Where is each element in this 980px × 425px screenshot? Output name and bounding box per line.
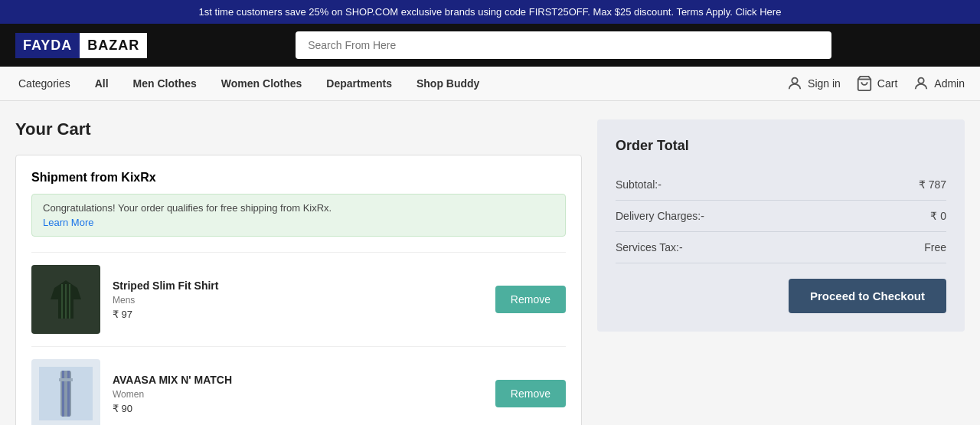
subtotal-label: Subtotal:-: [616, 178, 662, 191]
page-title: Your Cart: [15, 119, 582, 139]
item-category-2: Women: [113, 389, 483, 400]
shipment-card: Shipment from KixRx Congratulations! You…: [15, 155, 582, 425]
nav-right: Sign in Cart Admin: [786, 75, 965, 92]
checkout-button[interactable]: Proceed to Checkout: [789, 279, 946, 313]
svg-rect-11: [67, 371, 70, 417]
item-image-shirt: [31, 265, 100, 334]
nav-item-departments[interactable]: Departments: [323, 67, 395, 100]
admin-button[interactable]: Admin: [913, 75, 965, 92]
svg-rect-12: [59, 378, 73, 381]
header: FAYDA BAZAR: [0, 24, 980, 67]
nav: Categories All Men Clothes Women Clothes…: [0, 67, 980, 101]
order-total-card: Order Total Subtotal:- ₹ 787 Delivery Ch…: [597, 119, 965, 332]
nav-item-men-clothes[interactable]: Men Clothes: [130, 67, 200, 100]
search-input[interactable]: [296, 31, 831, 59]
remove-button-2[interactable]: Remove: [495, 380, 566, 407]
nav-item-women-clothes[interactable]: Women Clothes: [218, 67, 305, 100]
item-image-scarf: [31, 359, 100, 425]
subtotal-value: ₹ 787: [919, 178, 946, 191]
logo[interactable]: FAYDA BAZAR: [15, 33, 147, 58]
main-content: Your Cart Shipment from KixRx Congratula…: [0, 101, 980, 425]
banner-text: 1st time customers save 25% on SHOP.COM …: [199, 6, 782, 18]
item-info-2: AVAASA MIX N' MATCH Women ₹ 90: [113, 374, 483, 414]
remove-button-1[interactable]: Remove: [495, 286, 566, 313]
cart-icon: [856, 75, 873, 92]
cart-item-2: AVAASA MIX N' MATCH Women ₹ 90 Remove: [31, 346, 566, 425]
delivery-label: Delivery Charges:-: [616, 210, 704, 222]
nav-item-shop-buddy[interactable]: Shop Buddy: [413, 67, 482, 100]
item-price-2: ₹ 90: [113, 403, 483, 414]
order-total-title: Order Total: [616, 138, 946, 154]
free-shipping-notice: Congratulations! Your order qualifies fo…: [31, 194, 566, 237]
cart-label: Cart: [877, 77, 897, 90]
logo-fayda: FAYDA: [15, 33, 80, 58]
logo-bazar: BAZAR: [80, 33, 147, 58]
admin-icon: [913, 75, 929, 92]
svg-point-0: [792, 78, 797, 83]
item-info-1: Striped Slim Fit Shirt Mens ₹ 97: [113, 280, 483, 320]
order-row-subtotal: Subtotal:- ₹ 787: [616, 169, 946, 201]
cart-item-1: Striped Slim Fit Shirt Mens ₹ 97 Remove: [31, 252, 566, 346]
item-name-2: AVAASA MIX N' MATCH: [113, 374, 483, 386]
tax-value: Free: [924, 241, 946, 253]
cart-button[interactable]: Cart: [856, 75, 897, 92]
sign-in-button[interactable]: Sign in: [786, 75, 841, 92]
shipment-title: Shipment from KixRx: [31, 171, 566, 185]
order-row-tax: Services Tax:- Free: [616, 232, 946, 263]
cart-section: Your Cart Shipment from KixRx Congratula…: [15, 119, 582, 425]
top-banner: 1st time customers save 25% on SHOP.COM …: [0, 0, 980, 24]
nav-left: Categories All Men Clothes Women Clothes…: [15, 67, 482, 100]
free-shipping-text: Congratulations! Your order qualifies fo…: [43, 202, 332, 214]
tax-label: Services Tax:-: [616, 241, 683, 253]
item-category-1: Mens: [113, 295, 483, 306]
nav-item-categories[interactable]: Categories: [15, 67, 74, 100]
nav-item-all[interactable]: All: [92, 67, 112, 100]
scarf-svg: [39, 367, 93, 420]
svg-rect-10: [62, 371, 64, 417]
learn-more-link[interactable]: Learn More: [43, 217, 554, 228]
order-row-delivery: Delivery Charges:- ₹ 0: [616, 201, 946, 232]
svg-point-2: [919, 78, 924, 83]
sign-in-label: Sign in: [808, 77, 841, 90]
item-price-1: ₹ 97: [113, 309, 483, 320]
delivery-value: ₹ 0: [930, 210, 946, 222]
admin-label: Admin: [934, 77, 965, 90]
account-icon: [786, 75, 803, 92]
shirt-svg: [39, 273, 93, 326]
search-bar[interactable]: [296, 31, 831, 59]
item-name-1: Striped Slim Fit Shirt: [113, 280, 483, 292]
